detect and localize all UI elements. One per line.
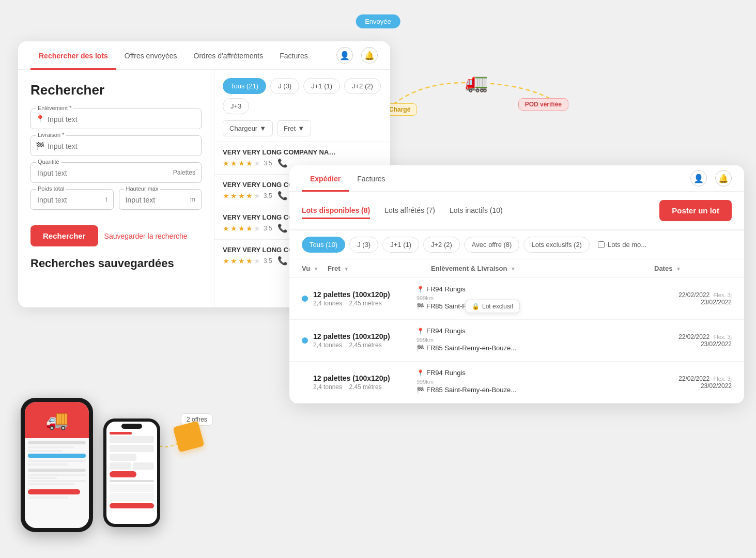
- filter-tab-j3[interactable]: J+3: [223, 98, 249, 114]
- fret-info-2: 12 palettes (100x120p) 2,4 tonnes 2,45 m…: [313, 332, 416, 349]
- flag-to-icon-3: 🏁: [416, 386, 424, 394]
- sub-filter-j[interactable]: J (3): [349, 237, 378, 253]
- lot-exclusif-badge: 🔒 Lot exclusif: [465, 300, 520, 313]
- quantite-label: Quantité: [36, 159, 61, 165]
- hauteur-input[interactable]: [119, 189, 202, 210]
- filter-tab-j2[interactable]: J+2 (2): [344, 78, 381, 94]
- truck-illustration: 🚛 Chargé POD vérifiée: [372, 52, 568, 155]
- date2-3: 23/02/2022: [654, 382, 732, 390]
- sub-filter-exclusifs[interactable]: Lots exclusifs (2): [523, 237, 590, 253]
- distance-3: 999km: [416, 379, 654, 385]
- filter-tab-j[interactable]: J (3): [270, 78, 299, 94]
- distance-2: 999km: [416, 337, 654, 343]
- bell-icon[interactable]: 🔔: [361, 47, 378, 64]
- table-header: Vu ▼ Fret ▼ Enlèvement & Livraison ▼ Dat…: [289, 259, 744, 278]
- poids-label: Poids total: [36, 185, 66, 192]
- distance-1: 999km: [416, 295, 654, 301]
- star-1-4: ★: [246, 159, 253, 167]
- flag-to-icon-1: 🏁: [416, 303, 424, 310]
- table-row-2[interactable]: 12 palettes (100x120p) 2,4 tonnes 2,45 m…: [289, 320, 744, 362]
- user-icon[interactable]: 👤: [336, 47, 353, 64]
- chargeur-filter[interactable]: Chargeur ▼: [223, 120, 273, 136]
- star-1-3: ★: [238, 159, 245, 167]
- sub-filter-j2[interactable]: J+2 (2): [423, 237, 460, 253]
- company-name-1: VERY VERY LONG COMPANY NAM...: [223, 148, 336, 156]
- lot-tab-affretés[interactable]: Lots affrétés (7): [384, 202, 435, 219]
- fret-filter[interactable]: Fret ▼: [277, 120, 311, 136]
- phone-icon-2[interactable]: 📞: [277, 191, 288, 200]
- fret-sub-3: 2,4 tonnes 2,45 mètres: [313, 383, 416, 391]
- fret-info-3: 12 palettes (100x120p) 2,4 tonnes 2,45 m…: [313, 374, 416, 391]
- quantite-field: Quantité Palettes: [30, 162, 202, 183]
- overlay-user-icon[interactable]: 👤: [690, 170, 707, 187]
- pin-from-icon-2: 📍: [416, 328, 424, 335]
- table-row-1[interactable]: 12 palettes (100x120p) 2,4 tonnes 2,45 m…: [289, 278, 744, 320]
- filter-tab-tous[interactable]: Tous (21): [223, 78, 266, 94]
- fret-info-1: 12 palettes (100x120p) 2,4 tonnes 2,45 m…: [313, 290, 416, 307]
- main-tabs-row: Rechercher des lots Offres envoyées Ordr…: [18, 41, 390, 70]
- tab-rechercher-lots[interactable]: Rechercher des lots: [30, 41, 116, 70]
- dates-info-3: 22/02/2022 Flex. 3j 23/02/2022: [654, 375, 732, 390]
- pod-label: POD vérifiée: [518, 98, 568, 111]
- pin-from-icon-1: 📍: [416, 286, 424, 293]
- lots-mo-checkbox-label[interactable]: Lots de mo...: [598, 241, 646, 249]
- overlay-bell-icon[interactable]: 🔔: [715, 170, 732, 187]
- pin-from-icon-3: 📍: [416, 369, 424, 377]
- sub-filter-tous[interactable]: Tous (10): [302, 237, 345, 253]
- poster-lot-button[interactable]: Poster un lot: [659, 200, 732, 221]
- star-1-1: ★: [223, 159, 229, 167]
- save-search-button[interactable]: Sauvegarder la recherche: [104, 232, 188, 240]
- phone-mockup-search: [103, 419, 160, 527]
- sub-filter-avec-offre[interactable]: Avec offre (8): [464, 237, 520, 253]
- overlay-tab-expedier[interactable]: Expédier: [302, 165, 349, 192]
- dates-sort-icon: ▼: [676, 266, 681, 272]
- poids-suffix: t: [105, 196, 107, 203]
- el-from-1: 📍 FR94 Rungis: [416, 285, 654, 293]
- overlay-tabs-row: Expédier Factures 👤 🔔: [289, 165, 744, 192]
- envoyee-badge: Envoyée: [356, 14, 400, 28]
- poids-input[interactable]: [30, 189, 114, 210]
- fret-sub-2: 2,4 tonnes 2,45 mètres: [313, 342, 416, 349]
- phone-icon-1[interactable]: 📞: [277, 158, 288, 168]
- date1-2: 22/02/2022 Flex. 3j: [654, 333, 732, 340]
- tab-factures[interactable]: Factures: [271, 41, 316, 70]
- overlay-tab-factures[interactable]: Factures: [349, 165, 393, 192]
- search-form-panel: Rechercher Enlèvement * 📍 Livraison * 🏁 …: [18, 70, 214, 307]
- fret-sub-1: 2,4 tonnes 2,45 mètres: [313, 300, 416, 307]
- star-1-2: ★: [230, 159, 237, 167]
- lot-tab-disponibles[interactable]: Lots disponibles (8): [302, 202, 370, 219]
- overlay-card: Expédier Factures 👤 🔔 Lots disponibles (…: [289, 165, 744, 404]
- form-title: Rechercher: [30, 82, 202, 98]
- table-row-3[interactable]: 12 palettes (100x120p) 2,4 tonnes 2,45 m…: [289, 362, 744, 404]
- results-col-headers: Chargeur ▼ Fret ▼: [214, 120, 390, 142]
- phone-icon-4[interactable]: 📞: [277, 256, 288, 266]
- fret-sort-icon: ▼: [344, 266, 349, 272]
- package-area: 2 offres: [176, 424, 202, 450]
- enlevement-input[interactable]: [30, 109, 202, 129]
- tab-offres-envoyees[interactable]: Offres envoyées: [116, 41, 186, 70]
- hauteur-field: Hauteur max m: [119, 189, 202, 210]
- star-1-5: ★: [254, 159, 260, 167]
- col-header-vu: Vu ▼: [302, 265, 328, 272]
- livraison-label: Livraison *: [36, 132, 66, 138]
- el-info-1: 📍 FR94 Rungis 999km 🏁 FR85 Saint-Remy-en…: [416, 285, 654, 312]
- location-pin-icon: 📍: [36, 115, 44, 123]
- el-sort-icon: ▼: [511, 266, 516, 272]
- tab-ordres[interactable]: Ordres d'affrètements: [186, 41, 272, 70]
- lots-mo-checkbox[interactable]: [598, 241, 605, 248]
- el-from-2: 📍 FR94 Rungis: [416, 327, 654, 335]
- sub-filter-j1[interactable]: J+1 (1): [382, 237, 419, 253]
- date1-1: 22/02/2022 Flex. 3j: [654, 291, 732, 299]
- el-info-2: 📍 FR94 Rungis 999km 🏁 FR85 Saint-Remy-en…: [416, 327, 654, 354]
- search-button[interactable]: Rechercher: [30, 225, 98, 246]
- lot-tab-inactifs[interactable]: Lots inactifs (10): [450, 202, 503, 219]
- el-to-2: 🏁 FR85 Saint-Remy-en-Bouze...: [416, 344, 654, 352]
- filter-tab-j1[interactable]: J+1 (1): [303, 78, 340, 94]
- filter-tabs-row: Tous (21) J (3) J+1 (1) J+2 (2) J+3: [214, 78, 390, 120]
- fret-main-3: 12 palettes (100x120p): [313, 374, 416, 382]
- livraison-input[interactable]: [30, 135, 202, 156]
- dates-info-2: 22/02/2022 Flex. 3j 23/02/2022: [654, 333, 732, 348]
- phone-screen-red: 🚚: [25, 402, 89, 528]
- delivery-icon: 🏁: [36, 142, 44, 150]
- phone-icon-3[interactable]: 📞: [277, 223, 288, 233]
